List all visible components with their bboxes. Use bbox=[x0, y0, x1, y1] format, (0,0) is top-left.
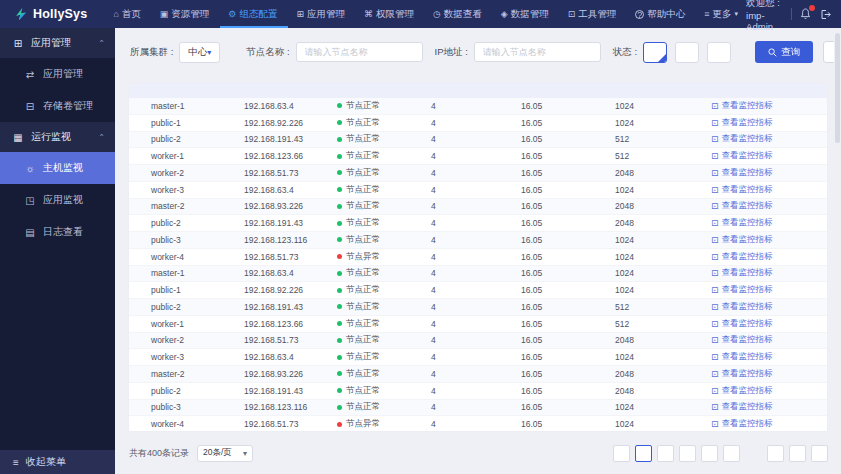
pagination-button[interactable] bbox=[767, 445, 784, 462]
nav-item-label: 资源管理 bbox=[171, 8, 209, 21]
pagination-button[interactable] bbox=[679, 445, 696, 462]
node-storage: 2048 bbox=[615, 369, 711, 379]
ip-input[interactable] bbox=[474, 42, 601, 62]
nav-item[interactable]: ⚙ 组态配置 bbox=[220, 0, 288, 28]
view-metrics-link[interactable]: ⊡ 查看监控指标 bbox=[711, 267, 773, 279]
nav-item[interactable]: ◷ 数据查看 bbox=[425, 0, 493, 28]
view-metrics-link[interactable]: ⊡ 查看监控指标 bbox=[711, 418, 773, 430]
scrollbar[interactable] bbox=[834, 28, 841, 474]
sidebar-item[interactable]: ▦ 运行监视 ⌃ bbox=[0, 122, 115, 152]
view-metrics-link[interactable]: ⊡ 查看监控指标 bbox=[711, 200, 773, 212]
node-name: worker-4 bbox=[151, 419, 244, 429]
node-memory: 16.05 bbox=[521, 352, 615, 362]
node-memory: 16.05 bbox=[521, 402, 615, 412]
view-metrics-link[interactable]: ⊡ 查看监控指标 bbox=[711, 284, 773, 296]
node-name: public-2 bbox=[151, 302, 244, 312]
view-metrics-label: 查看监控指标 bbox=[722, 234, 773, 246]
status-filter-button[interactable] bbox=[643, 42, 667, 63]
sidebar-item[interactable]: ◳ 应用监视 bbox=[0, 184, 115, 216]
status-text: 节点正常 bbox=[346, 351, 380, 363]
sidebar-item[interactable]: ⊞ 应用管理 ⌃ bbox=[0, 28, 115, 58]
nav-item-label: 数据查看 bbox=[444, 8, 482, 21]
status-dot-icon bbox=[337, 371, 342, 376]
nav-item[interactable]: ≡ 更多 ▾ bbox=[696, 0, 746, 28]
sidebar-item[interactable]: ☼ 主机监视 bbox=[0, 152, 115, 184]
node-ip: 192.168.51.73 bbox=[244, 335, 337, 345]
status-text: 节点正常 bbox=[346, 401, 380, 413]
page-size-select[interactable]: 20条/页 ▾ bbox=[197, 445, 253, 462]
view-metrics-link[interactable]: ⊡ 查看监控指标 bbox=[711, 351, 773, 363]
node-name-label: 节点名称 : bbox=[246, 46, 289, 59]
cluster-select[interactable]: 中心 ▾ bbox=[179, 42, 220, 63]
pagination-button[interactable] bbox=[701, 445, 718, 462]
pagination-button[interactable] bbox=[723, 445, 740, 462]
nav-item-icon: ◷ bbox=[433, 9, 441, 19]
page-size-value: 20条/页 bbox=[203, 447, 232, 459]
node-storage: 2048 bbox=[615, 168, 711, 178]
view-metrics-link[interactable]: ⊡ 查看监控指标 bbox=[711, 301, 773, 313]
sidebar-item[interactable]: ▤ 日志查看 bbox=[0, 216, 115, 248]
node-storage: 1024 bbox=[615, 101, 711, 111]
status-dot-icon bbox=[337, 388, 342, 393]
view-metrics-link[interactable]: ⊡ 查看监控指标 bbox=[711, 184, 773, 196]
nav-item[interactable]: ⊡ 工具管理 bbox=[560, 0, 628, 28]
nav-item[interactable]: ◈ 数据管理 bbox=[493, 0, 560, 28]
nav-item[interactable]: ? 帮助中心 bbox=[627, 0, 696, 28]
nav-item[interactable]: ▣ 资源管理 bbox=[152, 0, 221, 28]
view-metrics-link[interactable]: ⊡ 查看监控指标 bbox=[711, 251, 773, 263]
node-storage: 1024 bbox=[615, 118, 711, 128]
chevron-up-icon: ⌃ bbox=[98, 133, 105, 142]
node-ip: 192.168.123.66 bbox=[244, 151, 337, 161]
pagination-button[interactable] bbox=[745, 445, 762, 462]
node-name: master-2 bbox=[151, 369, 244, 379]
status-filter-button[interactable] bbox=[707, 42, 731, 63]
view-metrics-link[interactable]: ⊡ 查看监控指标 bbox=[711, 167, 773, 179]
nav-item[interactable]: ⊞ 应用管理 bbox=[288, 0, 356, 28]
search-icon bbox=[768, 48, 777, 57]
view-metrics-link[interactable]: ⊡ 查看监控指标 bbox=[711, 217, 773, 229]
node-status: 节点正常 bbox=[337, 184, 431, 196]
monitor-icon: ⊡ bbox=[711, 151, 719, 161]
node-name-input[interactable] bbox=[296, 42, 423, 62]
view-metrics-label: 查看监控指标 bbox=[722, 150, 773, 162]
status-dot-icon bbox=[337, 304, 342, 309]
pagination-button[interactable] bbox=[613, 445, 630, 462]
node-memory: 16.05 bbox=[521, 268, 615, 278]
pagination-button[interactable] bbox=[789, 445, 806, 462]
search-button[interactable]: 查询 bbox=[755, 41, 813, 63]
table-row: public-2 192.168.191.43 节点正常 4 16.05 204… bbox=[129, 383, 827, 400]
scrollbar-thumb[interactable] bbox=[835, 33, 840, 143]
node-cpu: 4 bbox=[431, 235, 521, 245]
monitor-icon: ⊡ bbox=[711, 168, 719, 178]
status-text: 节点异常 bbox=[346, 251, 380, 263]
view-metrics-label: 查看监控指标 bbox=[722, 100, 773, 112]
view-metrics-link[interactable]: ⊡ 查看监控指标 bbox=[711, 133, 773, 145]
sidebar-item[interactable]: ⇄ 应用管理 bbox=[0, 58, 115, 90]
bell-icon[interactable] bbox=[800, 8, 811, 20]
nav-item[interactable]: ⌘ 权限管理 bbox=[356, 0, 425, 28]
collapse-menu-button[interactable]: ≡ 收起菜单 bbox=[0, 450, 115, 474]
view-metrics-link[interactable]: ⊡ 查看监控指标 bbox=[711, 150, 773, 162]
view-metrics-link[interactable]: ⊡ 查看监控指标 bbox=[711, 234, 773, 246]
view-metrics-link[interactable]: ⊡ 查看监控指标 bbox=[711, 100, 773, 112]
node-actions: ⊡ 查看监控指标 bbox=[711, 318, 827, 330]
node-storage: 1024 bbox=[615, 185, 711, 195]
node-memory: 16.05 bbox=[521, 419, 615, 429]
pagination-button[interactable] bbox=[657, 445, 674, 462]
status-filter-button[interactable] bbox=[675, 42, 699, 63]
status-text: 节点正常 bbox=[346, 150, 380, 162]
nav-item[interactable]: ⌂ 首页 bbox=[105, 0, 151, 28]
view-metrics-link[interactable]: ⊡ 查看监控指标 bbox=[711, 401, 773, 413]
view-metrics-link[interactable]: ⊡ 查看监控指标 bbox=[711, 334, 773, 346]
view-metrics-link[interactable]: ⊡ 查看监控指标 bbox=[711, 318, 773, 330]
logout-icon[interactable] bbox=[820, 9, 831, 20]
sidebar-item[interactable]: ⊟ 存储卷管理 bbox=[0, 90, 115, 122]
view-metrics-link[interactable]: ⊡ 查看监控指标 bbox=[711, 385, 773, 397]
node-name: master-1 bbox=[151, 101, 244, 111]
view-metrics-link[interactable]: ⊡ 查看监控指标 bbox=[711, 117, 773, 129]
pagination-button[interactable] bbox=[811, 445, 828, 462]
pagination-button[interactable] bbox=[635, 445, 652, 462]
table-row: master-2 192.168.93.226 节点正常 4 16.05 204… bbox=[129, 199, 827, 216]
view-metrics-link[interactable]: ⊡ 查看监控指标 bbox=[711, 368, 773, 380]
table-row: worker-2 192.168.51.73 节点正常 4 16.05 2048… bbox=[129, 333, 827, 350]
